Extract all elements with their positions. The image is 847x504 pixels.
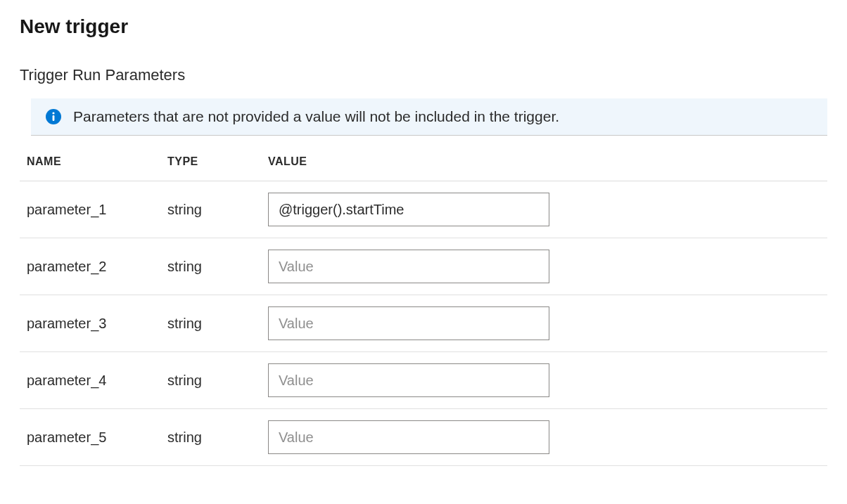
param-name: parameter_4 (27, 373, 167, 389)
param-value-input[interactable] (268, 420, 549, 454)
svg-rect-2 (53, 115, 55, 121)
info-banner: Parameters that are not provided a value… (31, 98, 827, 136)
info-banner-text: Parameters that are not provided a value… (73, 108, 559, 125)
param-name: parameter_5 (27, 429, 167, 446)
param-value-input[interactable] (268, 193, 549, 226)
info-icon (45, 108, 62, 125)
param-type: string (167, 373, 268, 389)
param-type: string (167, 202, 268, 218)
table-row: parameter_4 string (20, 352, 827, 409)
table-row: parameter_3 string (20, 295, 827, 352)
section-title: Trigger Run Parameters (20, 66, 827, 84)
param-value-input[interactable] (268, 306, 549, 340)
param-type: string (167, 316, 268, 332)
param-name: parameter_3 (27, 316, 167, 332)
table-row: parameter_5 string (20, 409, 827, 466)
header-name: NAME (27, 155, 167, 168)
param-name: parameter_1 (27, 202, 167, 218)
parameters-table: NAME TYPE VALUE parameter_1 string param… (20, 136, 827, 466)
svg-point-1 (52, 112, 54, 114)
page-title: New trigger (20, 15, 827, 38)
table-row: parameter_1 string (20, 181, 827, 238)
table-header: NAME TYPE VALUE (20, 136, 827, 181)
param-name: parameter_2 (27, 259, 167, 275)
table-row: parameter_2 string (20, 238, 827, 295)
header-type: TYPE (167, 155, 268, 168)
param-value-input[interactable] (268, 250, 549, 283)
param-value-input[interactable] (268, 363, 549, 397)
param-type: string (167, 259, 268, 275)
param-type: string (167, 429, 268, 446)
header-value: VALUE (268, 155, 827, 168)
